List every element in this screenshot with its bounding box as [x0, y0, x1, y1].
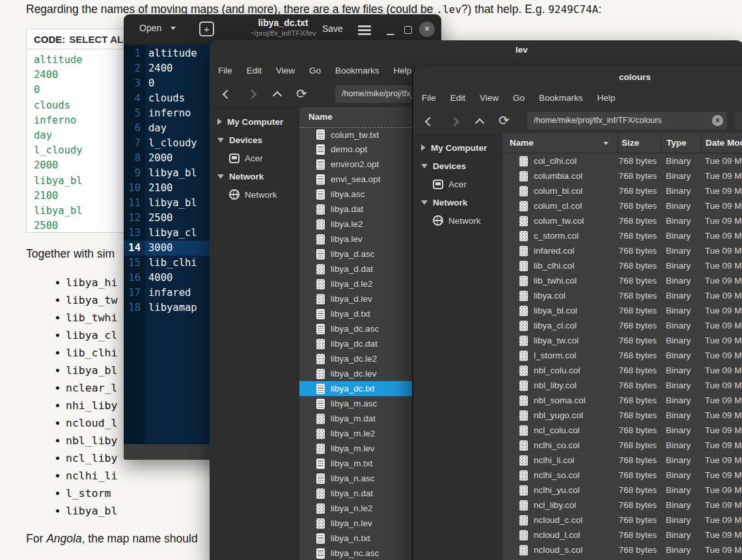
- map-name: ncl_liby: [66, 452, 117, 464]
- file-row[interactable]: libya_cl.col768 bytesBinaryTue 09 Ma: [502, 318, 742, 333]
- file-row[interactable]: lib_twhi.col768 bytesBinaryTue 09 Ma: [502, 273, 742, 288]
- sidebar-item-acer[interactable]: Acer: [413, 175, 502, 193]
- sidebar-item-network[interactable]: Network: [210, 167, 299, 185]
- file-name: ncloud_c.col: [534, 515, 583, 525]
- sidebar-item-devices[interactable]: Devices: [210, 131, 299, 149]
- back-icon[interactable]: [223, 90, 232, 99]
- menu-item-edit[interactable]: Edit: [240, 60, 269, 81]
- binary-file-icon: [316, 488, 325, 499]
- date-column-header[interactable]: Date Modified: [701, 133, 742, 153]
- file-row[interactable]: columbia.col768 bytesBinaryTue 09 Ma: [502, 168, 742, 183]
- list-item: nbl_liby: [56, 432, 130, 449]
- file-name-cell: libya_tw.col: [502, 336, 618, 346]
- file-size: 768 bytes: [618, 216, 661, 226]
- file-row[interactable]: nbl_liby.col768 bytesBinaryTue 09 Ma: [502, 378, 742, 393]
- refresh-icon[interactable]: ⟳: [296, 86, 307, 101]
- open-button-label: Open: [139, 23, 161, 33]
- binary-file-icon: [316, 219, 325, 230]
- binary-file-icon: [316, 429, 325, 439]
- file-size: 768 bytes: [618, 156, 661, 166]
- file-row[interactable]: libya_tw.col768 bytesBinaryTue 09 Ma: [502, 333, 742, 348]
- forward-icon[interactable]: [247, 90, 256, 99]
- sidebar-item-network[interactable]: Network: [413, 211, 502, 230]
- file-row[interactable]: ncloud_l.col768 bytesBinaryTue 09 Ma: [502, 527, 742, 542]
- binary-file-icon: [519, 515, 528, 526]
- new-tab-button[interactable]: +: [199, 21, 214, 36]
- file-name: colum_tw.txt: [331, 130, 379, 140]
- file-size: 768 bytes: [618, 201, 661, 211]
- name-column-header[interactable]: Name: [502, 133, 618, 153]
- open-button[interactable]: Open: [139, 23, 176, 33]
- binary-file-icon: [519, 366, 528, 376]
- file-date: Tue 09 Ma: [701, 425, 742, 435]
- menu-item-bookmarks[interactable]: Bookmarks: [328, 60, 387, 81]
- file-row[interactable]: colum_bl.col768 bytesBinaryTue 09 Ma: [502, 183, 742, 198]
- menu-item-view[interactable]: View: [473, 88, 506, 109]
- file-row[interactable]: libya_bl.col768 bytesBinaryTue 09 Ma: [502, 303, 742, 318]
- colours-titlebar[interactable]: colours: [413, 67, 742, 88]
- menu-item-bookmarks[interactable]: Bookmarks: [532, 88, 590, 109]
- menu-icon[interactable]: [358, 25, 371, 35]
- forward-icon[interactable]: [450, 117, 459, 126]
- up-icon[interactable]: [273, 91, 282, 100]
- file-row[interactable]: libya.col768 bytesBinaryTue 09 Ma: [502, 288, 742, 303]
- sidebar-item-devices[interactable]: Devices: [413, 157, 502, 175]
- save-button[interactable]: Save: [322, 23, 343, 34]
- sidebar-item-my-computer[interactable]: My Computer: [210, 113, 299, 131]
- file-row[interactable]: nclhi_li.col768 bytesBinaryTue 09 Ma: [502, 453, 742, 468]
- sidebar-item-network[interactable]: Network: [210, 185, 299, 204]
- binary-file-icon: [519, 470, 528, 481]
- file-row[interactable]: c_storm.col768 bytesBinaryTue 09 Ma: [502, 228, 742, 243]
- binary-file-icon: [519, 485, 528, 496]
- file-row[interactable]: nclhi_yu.col768 bytesBinaryTue 09 Ma: [502, 483, 742, 498]
- file-row[interactable]: nclhi_so.col768 bytesBinaryTue 09 Ma: [502, 468, 742, 483]
- lev-titlebar[interactable]: lev: [210, 40, 742, 60]
- file-row[interactable]: infared.col768 bytesBinaryTue 09 Ma: [502, 243, 742, 258]
- chevron-down-icon[interactable]: [171, 27, 176, 30]
- file-row[interactable]: colum_tw.col768 bytesBinaryTue 09 Ma: [502, 213, 742, 228]
- menu-item-go[interactable]: Go: [506, 88, 532, 109]
- file-name: colum_cl.col: [534, 201, 582, 211]
- type-column-header[interactable]: Type: [661, 133, 701, 153]
- sidebar-item-acer[interactable]: Acer: [210, 149, 299, 167]
- file-row[interactable]: nbl_colu.col768 bytesBinaryTue 09 Ma: [502, 363, 742, 378]
- file-row[interactable]: ncl_liby.col768 bytesBinaryTue 09 Ma: [502, 498, 742, 513]
- file-row[interactable]: colum_cl.col768 bytesBinaryTue 09 Ma: [502, 198, 742, 213]
- file-row[interactable]: l_storm.col768 bytesBinaryTue 09 Ma: [502, 348, 742, 363]
- file-size: 768 bytes: [618, 455, 661, 465]
- file-row[interactable]: nclhi_co.col768 bytesBinaryTue 09 Ma: [502, 438, 742, 453]
- file-row[interactable]: lib_clhi.col768 bytesBinaryTue 09 Ma: [502, 258, 742, 273]
- refresh-icon[interactable]: ⟳: [499, 113, 510, 128]
- sidebar-item-network[interactable]: Network: [413, 193, 502, 211]
- file-row[interactable]: ncl_colu.col768 bytesBinaryTue 09 Ma: [502, 423, 742, 438]
- file-name: nbl_liby.col: [534, 380, 577, 390]
- menu-item-file[interactable]: File: [415, 88, 443, 109]
- file-name-cell: libya_cl.col: [502, 321, 618, 331]
- map-name: nclhi_li: [66, 470, 117, 482]
- menu-item-file[interactable]: File: [211, 60, 240, 81]
- clear-path-icon[interactable]: ×: [712, 115, 723, 126]
- document-title: libya_dc.txt: [250, 18, 316, 29]
- file-row[interactable]: ncloud_c.col768 bytesBinaryTue 09 Ma: [502, 513, 742, 527]
- close-button[interactable]: ×: [419, 21, 435, 37]
- menu-item-edit[interactable]: Edit: [443, 88, 473, 109]
- back-icon[interactable]: [425, 117, 434, 126]
- menu-item-go[interactable]: Go: [302, 60, 328, 81]
- file-row[interactable]: nbl_yugo.col768 bytesBinaryTue 09 Ma: [502, 408, 742, 423]
- file-row[interactable]: col_clhi.col768 bytesBinaryTue 09 Ma: [502, 153, 742, 168]
- up-icon[interactable]: [475, 118, 484, 127]
- line-number: 18: [124, 300, 145, 315]
- file-row[interactable]: ncloud_s.col768 bytesBinaryTue 09 Ma: [502, 542, 742, 557]
- sidebar-item-my-computer[interactable]: My Computer: [413, 139, 502, 157]
- path-input[interactable]: /home/mike/proj/tfx_inf/TFX/colours ×: [527, 112, 727, 129]
- maximize-button[interactable]: [404, 26, 412, 34]
- file-row[interactable]: nbl_soma.col768 bytesBinaryTue 09 Ma: [502, 393, 742, 408]
- menu-item-help[interactable]: Help: [590, 88, 623, 109]
- list-item: nclhi_li: [56, 467, 130, 485]
- menu-item-view[interactable]: View: [269, 60, 302, 81]
- minimize-button[interactable]: [387, 34, 394, 35]
- toolbar-extra-button[interactable]: [735, 112, 742, 129]
- text-file-icon: [316, 159, 325, 170]
- size-column-header[interactable]: Size: [618, 133, 661, 153]
- select-all-link[interactable]: SELECT ALL: [69, 34, 129, 45]
